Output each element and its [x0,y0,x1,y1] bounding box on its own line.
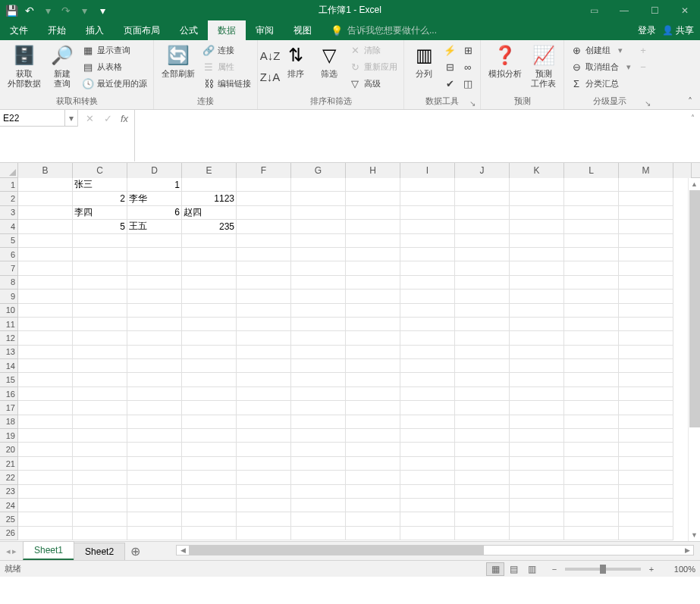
cell-B26[interactable] [18,527,73,540]
cell-K22[interactable] [510,471,564,484]
cell-G11[interactable] [291,318,346,331]
view-normal-icon[interactable]: ▦ [486,562,504,576]
cell-J18[interactable] [455,415,510,429]
scroll-down-icon[interactable]: ▼ [689,529,700,541]
from-table-button[interactable]: ▤从表格 [79,58,150,75]
cell-L18[interactable] [564,415,619,429]
cell-C16[interactable] [73,387,127,401]
cell-J12[interactable] [455,331,510,345]
cell-D6[interactable] [127,248,182,261]
cell-B16[interactable] [18,387,73,401]
cell-K17[interactable] [510,401,564,415]
cell-I4[interactable] [400,220,455,233]
cell-M21[interactable] [619,457,673,471]
cell-G4[interactable] [291,220,346,233]
cell-C10[interactable] [73,304,127,318]
cell-C22[interactable] [73,471,127,484]
cell-C18[interactable] [73,415,127,429]
cell-I16[interactable] [400,387,455,401]
row-header-23[interactable]: 23 [0,485,18,499]
cell-F20[interactable] [237,443,291,456]
cell-B18[interactable] [18,415,73,429]
cell-I7[interactable] [400,261,455,275]
cell-J1[interactable] [455,178,510,192]
row-header-20[interactable]: 20 [0,443,18,456]
cell-K26[interactable] [510,527,564,540]
column-header-J[interactable]: J [455,163,510,178]
ribbon-display-options-icon[interactable]: ▭ [579,0,609,20]
edit-links-button[interactable]: ⛓编辑链接 [199,75,254,92]
cell-C20[interactable] [73,443,127,456]
cell-C8[interactable] [73,276,127,289]
cell-C9[interactable] [73,289,127,303]
cell-E26[interactable] [182,527,237,540]
cell-L14[interactable] [564,359,619,373]
cell-H5[interactable] [346,234,400,248]
row-header-2[interactable]: 2 [0,192,18,205]
row-header-6[interactable]: 6 [0,248,18,261]
cell-B3[interactable] [18,206,73,220]
cell-K7[interactable] [510,261,564,275]
view-page-break-icon[interactable]: ▥ [523,562,541,576]
cell-L10[interactable] [564,304,619,318]
cell-F14[interactable] [237,359,291,373]
cell-L2[interactable] [564,192,619,205]
redo-dropdown-icon[interactable]: ▾ [76,2,93,19]
cell-E18[interactable] [182,415,237,429]
cell-B24[interactable] [18,499,73,512]
cell-J15[interactable] [455,373,510,386]
cell-D3[interactable]: 6 [127,206,182,220]
cell-L20[interactable] [564,443,619,456]
cell-E12[interactable] [182,331,237,345]
cell-M5[interactable] [619,234,673,248]
row-header-14[interactable]: 14 [0,359,18,373]
cell-E8[interactable] [182,276,237,289]
row-header-21[interactable]: 21 [0,457,18,471]
cell-J10[interactable] [455,304,510,318]
refresh-all-button[interactable]: 🔄 全部刷新 [157,42,199,80]
cell-H18[interactable] [346,415,400,429]
cell-K5[interactable] [510,234,564,248]
cell-K3[interactable] [510,206,564,220]
cell-B10[interactable] [18,304,73,318]
cell-B11[interactable] [18,318,73,331]
cell-F11[interactable] [237,318,291,331]
name-box[interactable] [0,110,65,127]
cell-H20[interactable] [346,443,400,456]
cell-G13[interactable] [291,346,346,359]
cell-H14[interactable] [346,359,400,373]
row-header-11[interactable]: 11 [0,318,18,331]
cell-D26[interactable] [127,527,182,540]
cell-I13[interactable] [400,346,455,359]
enter-formula-icon[interactable]: ✓ [99,111,116,126]
cell-E19[interactable] [182,429,237,443]
cell-J23[interactable] [455,485,510,499]
cell-K9[interactable] [510,289,564,303]
sort-button[interactable]: ⇅ 排序 [279,42,312,80]
cell-F7[interactable] [237,261,291,275]
minimize-icon[interactable]: — [609,0,639,20]
cell-E9[interactable] [182,289,237,303]
cell-H8[interactable] [346,276,400,289]
save-icon[interactable]: 💾 [3,2,20,19]
formula-bar-expand-icon[interactable]: ˄ [686,111,698,124]
cell-H12[interactable] [346,331,400,345]
cell-F9[interactable] [237,289,291,303]
cell-C7[interactable] [73,261,127,275]
cell-G6[interactable] [291,248,346,261]
cell-G20[interactable] [291,443,346,456]
cell-G12[interactable] [291,331,346,345]
cell-L16[interactable] [564,387,619,401]
tab-insert[interactable]: 插入 [76,20,114,40]
cell-D14[interactable] [127,359,182,373]
cell-B19[interactable] [18,429,73,443]
cell-I8[interactable] [400,276,455,289]
cell-E16[interactable] [182,387,237,401]
cell-J14[interactable] [455,359,510,373]
row-header-16[interactable]: 16 [0,387,18,401]
advanced-filter-button[interactable]: ▽高级 [346,75,400,92]
cell-M1[interactable] [619,178,673,192]
cell-B12[interactable] [18,331,73,345]
cell-L3[interactable] [564,206,619,220]
cell-D8[interactable] [127,276,182,289]
